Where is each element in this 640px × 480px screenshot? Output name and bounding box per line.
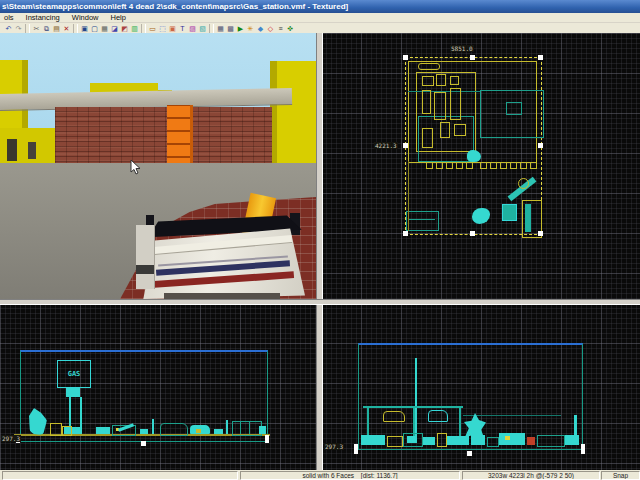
hammer-editor-window: s\Steam\steamapps\common\left 4 dead 2\s…: [0, 0, 640, 480]
fixture: [450, 88, 461, 120]
pump-slot: [426, 162, 433, 169]
ignore-groups-icon[interactable]: ▦: [100, 24, 109, 33]
car-outline: [160, 423, 188, 436]
car-cyan: [428, 410, 448, 422]
strip-prop: [361, 435, 385, 445]
strip-prop: [407, 436, 417, 443]
pump-2: [62, 426, 72, 436]
selection-handle-bm[interactable]: [470, 231, 475, 236]
prop: [259, 426, 266, 434]
strip-prop: [499, 433, 525, 445]
selection-handle-ml[interactable]: [403, 143, 408, 148]
viewport-splitter-horizontal[interactable]: [0, 299, 640, 305]
ungroup-icon[interactable]: ▢: [90, 24, 99, 33]
rail-line: [463, 415, 561, 416]
garbage-truck: [140, 213, 305, 299]
texture-lock-icon[interactable]: T: [178, 24, 187, 33]
room-b-inner: [506, 102, 522, 115]
menu-item-tools[interactable]: ols: [3, 13, 15, 22]
status-selection-info: solid with 6 Faces: [302, 472, 354, 479]
car-yellow: [383, 411, 405, 422]
prop: [214, 429, 223, 434]
menu-item-window[interactable]: Window: [71, 13, 100, 22]
selection-handle-left[interactable]: [354, 444, 358, 454]
paste-icon[interactable]: ▤: [52, 24, 61, 33]
pump-slot: [510, 162, 517, 169]
fade-icon[interactable]: ◇: [266, 24, 275, 33]
dimension-label-width: 5851.0: [450, 45, 474, 52]
selection-handle-tm[interactable]: [470, 55, 475, 60]
cut-icon[interactable]: ✂: [32, 24, 41, 33]
models-icon[interactable]: ◆: [256, 24, 265, 33]
menu-item-help[interactable]: Help: [109, 13, 126, 22]
toolbar-separator: [73, 24, 78, 33]
viewport-2d-top[interactable]: 5851.0 4221.3: [321, 33, 640, 299]
menu-item-instancing[interactable]: Instancing: [25, 13, 61, 22]
titlebar[interactable]: s\Steam\steamapps\common\left 4 dead 2\s…: [0, 0, 640, 13]
selection-handle-right[interactable]: [265, 435, 269, 443]
fixture: [450, 76, 459, 85]
selection-handle-tr[interactable]: [538, 55, 543, 60]
canopy-post: [367, 408, 369, 436]
selection-handle-br[interactable]: [538, 231, 543, 236]
strip-prop: [437, 433, 447, 447]
viewport-2d-front[interactable]: GAS 297.3: [0, 303, 316, 470]
pump-slot: [490, 162, 497, 169]
selection-handle-tl[interactable]: [403, 55, 408, 60]
sign-pole-tall: [415, 358, 417, 440]
selection-handle-mid[interactable]: [467, 451, 472, 456]
strip-prop-yellow: [505, 436, 510, 440]
goto-coords-icon[interactable]: ✜: [286, 24, 295, 33]
statusbar: solid with 6 Faces [dist: 1136.7] 3203w …: [0, 470, 640, 480]
selection-handle-mid[interactable]: [141, 441, 146, 446]
helpers-icon[interactable]: ✳: [246, 24, 255, 33]
window-title: s\Steam\steamapps\common\left 4 dead 2\s…: [2, 2, 348, 11]
select-touching-icon[interactable]: ⬚: [158, 24, 167, 33]
copy-icon[interactable]: ⧉: [42, 24, 51, 33]
awning-pill: [418, 63, 440, 70]
pump-slot: [436, 162, 443, 169]
strip-prop: [447, 436, 469, 445]
gas-sign-neck: [66, 388, 80, 397]
grid-smaller-icon[interactable]: ▦: [216, 24, 225, 33]
prop-yellow: [196, 429, 201, 433]
hide-unselected-icon[interactable]: ◩: [120, 24, 129, 33]
status-snap-label: Snap: [613, 472, 628, 479]
group-icon[interactable]: ▣: [80, 24, 89, 33]
selection-handle-bl[interactable]: [403, 231, 408, 236]
truck-left-panel-dark: [136, 265, 154, 274]
right-post: [574, 415, 577, 445]
gas-sign-box: GAS: [57, 360, 91, 388]
pump-slot: [446, 162, 453, 169]
show-hidden-icon[interactable]: ▥: [130, 24, 139, 33]
select-inside-icon[interactable]: ▣: [168, 24, 177, 33]
prop-structure-fill: [525, 204, 531, 232]
entity-report-icon[interactable]: ≡: [276, 24, 285, 33]
toolbar-separator: [209, 24, 214, 33]
canopy-post: [413, 408, 415, 436]
redo-icon[interactable]: ↷: [14, 24, 23, 33]
fixture: [440, 122, 450, 138]
cordon-icon[interactable]: ▭: [148, 24, 157, 33]
doorway-dark-2: [28, 142, 36, 159]
selection-handle-right[interactable]: [581, 444, 585, 454]
grid-larger-icon[interactable]: ▩: [226, 24, 235, 33]
undo-icon[interactable]: ↶: [4, 24, 13, 33]
selection-box[interactable]: 5851.0 4221.3: [405, 57, 542, 235]
viewport-3d-textured[interactable]: [0, 33, 316, 299]
viewport-2d-side[interactable]: 297.3: [321, 303, 640, 470]
hide-selected-icon[interactable]: ◪: [110, 24, 119, 33]
toolbar-separator: [25, 24, 30, 33]
viewport-splitter-vertical[interactable]: [316, 33, 323, 470]
fixture: [422, 90, 431, 114]
post: [226, 420, 228, 434]
run-map-icon[interactable]: ▶: [236, 24, 245, 33]
texture-application-icon[interactable]: ▨: [188, 24, 197, 33]
selection-handle-mr[interactable]: [538, 143, 543, 148]
fixture: [434, 92, 446, 120]
apply-current-texture-icon[interactable]: ▧: [198, 24, 207, 33]
delete-icon[interactable]: ✕: [62, 24, 71, 33]
dimension-label-height: 297.3: [324, 443, 344, 450]
fence-outline: [232, 421, 262, 436]
strip-prop: [387, 436, 403, 447]
